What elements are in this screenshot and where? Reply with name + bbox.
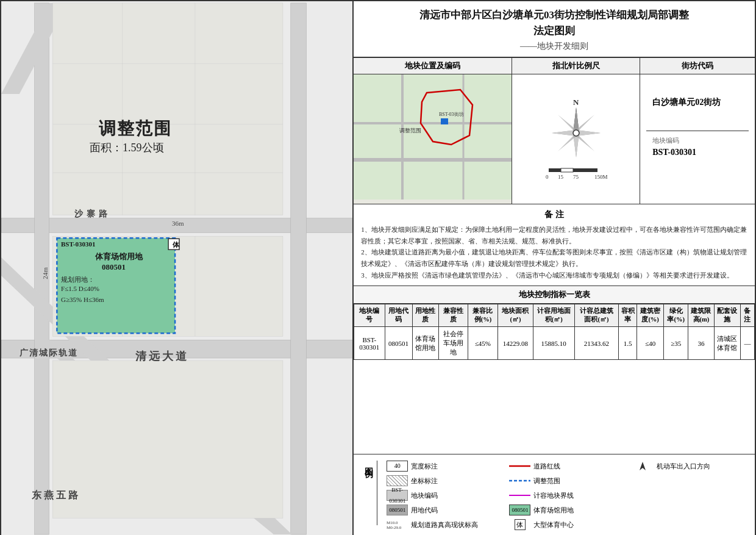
area-label: 面积：1.59公顷 [90,140,164,155]
svg-rect-44 [573,168,597,172]
svg-rect-19 [354,74,512,199]
location-map: 调整范围 BST-03街坊 [354,74,512,204]
map-area: 沙寨路 36m 24m 广清城际轨道 清远大道 东燕五路 调整范围 面积：1.5… [1,1,354,535]
legend-label-road-elev: 规划道路真高现状标高 [411,520,478,530]
compass-svg: N [540,96,613,182]
parcel-name: 体育场馆用地 [65,251,172,262]
cell-height: 36 [688,327,714,360]
svg-text:15: 15 [558,174,564,180]
legend-symbol-road-red [509,461,530,472]
legend-road-elev: M10.0 M0-29.0 规划道路真高现状标高 [387,519,500,530]
location-section: 地块位置及编码 调整范围 [354,58,512,204]
cell-facility: 清城区体育馆 [714,327,740,360]
legend-label-bst: 地块编码 [411,491,438,500]
legend-label-use-code: 用地代码 [411,506,438,515]
table-section: 地块控制指标一览表 地块编号 用地代码 用地性质 兼容性质 兼容比例(%) 地块… [354,286,755,454]
legend-title: 图例 [363,461,377,525]
legend-symbol-arrow [632,461,654,472]
legend-section: 图例 40 宽度标注 道路红线 [354,454,755,535]
legend-width: 40 宽度标注 [387,461,500,472]
legend-symbol-dashed [509,475,530,486]
adjustment-label: 调整范围 [99,117,172,140]
jiedai-header: 街坊代码 [640,58,755,74]
parcel-type-code: 080501 [102,262,126,272]
note-line-2: 2、地块建筑退让道路距离为最小值，建筑退让地块距离、停车位配套等图则未尽事宜，按… [361,246,747,269]
legend-empty2 [632,490,746,501]
note-line-1: 1、地块开发细则应满足如下规定：为保障土地利用一定程度的灵活性，地块开发建设过程… [361,224,747,246]
legend-dashed: 调整范围 [509,475,622,486]
legend-green-parcel: 080501 体育场馆用地 [509,504,622,515]
col-total-area: 计容总建筑面积(㎡) [574,304,619,327]
svg-rect-42 [549,168,561,172]
legend-empty1 [632,475,746,486]
cell-green: ≥35 [664,327,688,360]
col-use-code: 用地代码 [385,304,412,327]
road-label-36m: 36m [172,220,184,227]
legend-label-ti: 大型体育中心 [533,520,574,530]
legend-symbol-magenta [509,490,530,501]
cell-density: ≤40 [637,327,664,360]
col-area: 地块面积(㎡) [498,304,533,327]
legend-empty3 [632,504,746,515]
notes-text: 1、地块开发细则应满足如下规定：为保障土地利用一定程度的灵活性，地块开发建设过程… [361,224,747,281]
road-label-24m: 24m [41,267,49,279]
svg-marker-36 [576,130,601,136]
sub-title: ——地块开发细则 [366,41,743,52]
col-height: 建筑限高(m) [688,304,714,327]
table-row: BST-030301 080501 体育场馆用地 社会停车场用地 ≤45% 14… [354,327,755,360]
parcel-rules: F≤1.5 D≤40% G≥35% H≤36m [61,284,104,305]
col-use-type: 用地性质 [412,304,438,327]
cell-far: 1.5 [619,327,637,360]
legend-symbol-width: 40 [387,461,408,472]
legend-symbol-use-code: 080501 [387,504,408,515]
compass-section: 指北针比例尺 N [512,58,640,204]
mini-map-svg: 调整范围 BST-03街坊 [354,74,512,199]
info-area: 清远市中部片区白沙塘单元03街坊控制性详细规划局部调整 法定图则 ——地块开发细… [354,1,755,535]
legend-use-code: 080501 用地代码 [387,504,500,515]
col-facility: 配套设施 [714,304,740,327]
legend-arrow: 机动车出入口方向 [632,461,746,472]
jiedai-section: 街坊代码 白沙塘单元02街坊 地块编码 BST-030301 [640,58,755,204]
col-notes: 备注 [740,304,754,327]
cell-use-type: 体育场馆用地 [412,327,438,360]
svg-text:75: 75 [573,174,579,180]
legend-empty4 [632,519,746,530]
col-compat: 兼容性质 [438,304,468,327]
col-compat-ratio: 兼容比例(%) [468,304,497,327]
legend-label-green: 体育场馆用地 [533,506,574,515]
map-background [1,1,352,535]
cell-parcel-id: BST-030301 [354,327,385,360]
svg-text:150M: 150M [594,174,608,180]
road-label-qingyuan: 清远大道 [135,349,189,364]
col-green: 绿化率(%) [664,304,688,327]
svg-marker-50 [640,462,646,470]
compass-header: 指北针比例尺 [512,58,640,74]
svg-point-41 [573,130,579,136]
cell-compat: 社会停车场用地 [438,327,468,360]
jiedai-value: 白沙塘单元02街坊 [646,84,749,121]
legend-bst: BST-030301 地块编码 [387,490,500,501]
table-header: 地块控制指标一览表 [354,286,755,304]
jiedai-content: 白沙塘单元02街坊 地块编码 BST-030301 [640,74,755,204]
legend-label-arrow: 机动车出入口方向 [657,462,710,471]
legend-symbol-ti: 体 [509,519,530,530]
legend-ti: 体 大型体育中心 [509,519,622,530]
legend-grid: 40 宽度标注 道路红线 机动车出入口方向 [387,461,746,530]
svg-text:M10.0: M10.0 [387,520,398,525]
cell-row-notes: — [740,327,754,360]
legend-label-magenta: 计容地块界线 [533,491,574,500]
note-line-3: 3、地块应严格按照《清远市绿色建筑管理办法》、《清远市中心城区海绵城市专项规划（… [361,270,747,281]
svg-text:M0-29.0: M0-29.0 [387,525,402,530]
cell-total-area: 21343.62 [574,327,619,360]
svg-text:BST-03街坊: BST-03街坊 [439,112,464,117]
svg-marker-34 [552,130,576,136]
parcel-code-section: 地块编码 BST-030301 [646,131,749,162]
legend-label-dashed: 调整范围 [533,476,560,486]
cell-compat-ratio: ≤45% [468,327,497,360]
legend-label-coord: 坐标标注 [411,476,438,486]
road-label-dongyan: 东燕五路 [32,489,80,502]
top-info-row: 地块位置及编码 调整范围 [354,58,755,204]
svg-text:N: N [573,98,579,107]
legend-label-width: 宽度标注 [411,462,438,471]
svg-text:0: 0 [546,174,549,180]
